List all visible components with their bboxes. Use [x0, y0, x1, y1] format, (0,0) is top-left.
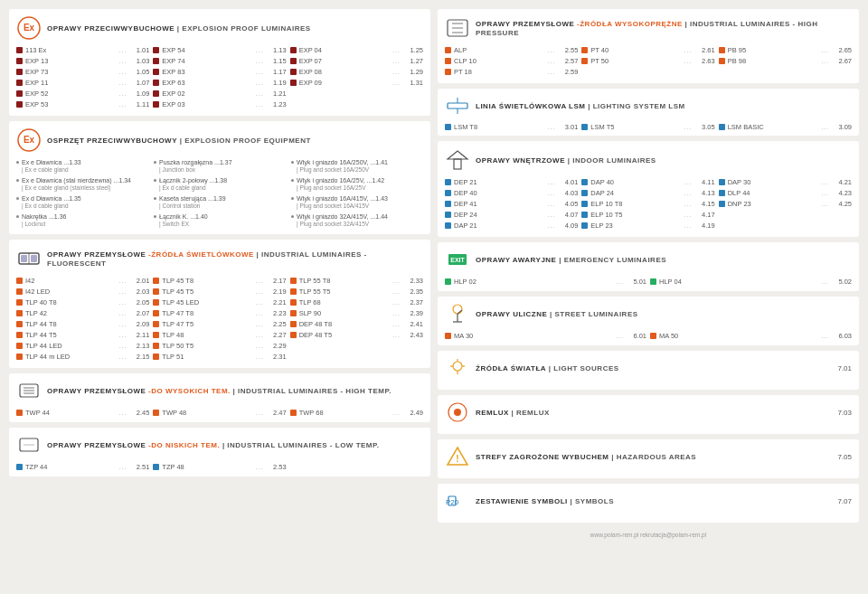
svg-text:Ex: Ex	[24, 23, 35, 33]
item-number: 2.29	[267, 342, 287, 350]
item-bullet	[445, 222, 451, 229]
list-item: 113 Ex...1.01	[16, 45, 149, 55]
item-bullet	[16, 69, 23, 75]
item-number: 2.59	[558, 68, 578, 76]
item-dots: ...	[118, 321, 127, 327]
item-bullet	[445, 124, 451, 130]
item-dots: ...	[118, 58, 127, 64]
list-item: TLP 47 T8...2.23	[153, 308, 286, 318]
list-item: DAP 30...4.21	[719, 177, 852, 187]
item-bullet	[290, 321, 297, 327]
item-bullet	[16, 179, 19, 182]
low-temp-header: OPRAWY PRZEMYSŁOWE -do niskich tem. | IN…	[16, 432, 423, 457]
item-dots: ...	[821, 179, 829, 185]
item-bullet	[153, 90, 159, 97]
item-name: TWP 48	[162, 409, 252, 417]
item-name: EXP 08	[299, 68, 390, 76]
item-bullet	[290, 47, 297, 53]
list-item: Ex e Dławnica ...1.33| Ex e cable gland	[16, 157, 148, 174]
item-bullet	[16, 332, 23, 338]
equipment-title: OSPRZĘT PRZECIWWYBUCHOWY | EXPLOSION PRO…	[47, 136, 311, 145]
emergency-section: EXIT OPRAWY AWARYJNE | EMERGENCY LUMINAI…	[438, 242, 859, 291]
item-number: 1.13	[267, 46, 287, 54]
item-name: TLP 55 T5	[299, 288, 390, 296]
item-dots: ...	[821, 333, 829, 339]
item-number: 3.05	[695, 123, 715, 131]
item-name: EXP 04	[299, 46, 390, 54]
item-dots: ...	[118, 101, 127, 108]
item-number: 2.47	[267, 409, 287, 417]
list-item: TLP 55 T8...2.33	[290, 276, 423, 286]
item-name: Wtyk i gniazdo 16A/250V, ...1.41	[297, 158, 388, 166]
item-dots: ...	[547, 124, 555, 130]
item-name: HLP 02	[454, 278, 613, 286]
symbols-header: P20 ZESTAWIENIE SYMBOLI | SYMBOLS 7.07	[445, 488, 852, 514]
list-item: EXP 08...1.29	[290, 67, 423, 77]
item-number: 4.05	[558, 200, 578, 208]
item-dots: ...	[256, 58, 264, 64]
item-number: 1.01	[129, 46, 149, 54]
item-dots: ...	[821, 278, 829, 285]
item-name: Puszka rozgałęzna ...1.37	[159, 158, 232, 166]
item-dots: ...	[256, 299, 264, 306]
list-item: TLP 55 T5...2.35	[290, 287, 423, 297]
item-number: 4.25	[832, 200, 852, 208]
item-name: EXP 73	[25, 68, 116, 76]
item-name: TLP 44 T8	[25, 320, 116, 328]
item-name: EXP 53	[25, 100, 116, 108]
item-bullet	[581, 222, 588, 229]
item-bullet	[153, 58, 159, 64]
explosion-proof-header: Ex OPRAWY PRZECIWWYBUCHOWE | EXPLOSION P…	[16, 15, 423, 41]
item-dots: ...	[256, 321, 264, 327]
item-bullet	[581, 124, 588, 130]
list-item: DNP 23...4.25	[719, 199, 852, 209]
list-item: Ex d Dławnica ...1.35| Ex d cable gland	[16, 193, 148, 210]
item-dots: ...	[256, 310, 264, 316]
item-text: Wtyk i gniazdo 32A/415V, ...1.44| Plug a…	[297, 212, 388, 227]
fluorescent-icon	[16, 246, 42, 271]
fluorescent-section: OPRAWY PRZEMYSŁOWE -źródła świetlówkowe …	[9, 240, 430, 368]
list-item: DAP 21...4.09	[445, 221, 578, 231]
item-name: Wtyk i gniazdo 16A/25V, ...1.42	[297, 176, 384, 184]
item-dots: ...	[256, 288, 264, 295]
item-name: PT 50	[590, 57, 681, 65]
item-dots: ...	[821, 190, 829, 196]
item-name: TLP 40 T8	[25, 298, 116, 306]
list-item: I42...2.01	[16, 276, 149, 286]
item-name: DAP 21	[454, 222, 544, 230]
svg-rect-7	[31, 255, 37, 262]
item-name: EXP 52	[25, 90, 116, 98]
item-name: EXP 63	[162, 79, 252, 87]
item-dots: ...	[256, 464, 264, 470]
item-dots: ...	[821, 58, 829, 64]
item-dots: ...	[118, 90, 127, 97]
item-name: DEP 48 T5	[299, 331, 390, 339]
item-dots: ...	[392, 69, 401, 75]
item-bullet	[16, 58, 23, 64]
svg-rect-6	[21, 255, 27, 262]
item-name: TLP 45 T8	[162, 277, 252, 285]
item-name: EXP 13	[25, 57, 116, 65]
list-item: EXP 54...1.13	[153, 45, 286, 55]
list-item: Wtyk i gniazdo 16A/250V, ...1.41| Plug a…	[291, 157, 423, 174]
item-name: DEP 24	[454, 211, 544, 219]
item-number: 1.05	[129, 68, 149, 76]
item-dots: ...	[821, 124, 829, 130]
item-name: LSM T8	[454, 123, 544, 131]
list-item: EXP 07...1.27	[290, 56, 423, 66]
item-number: 2.31	[267, 353, 287, 361]
item-bullet	[291, 197, 294, 200]
item-name: ELP 23	[590, 222, 681, 230]
item-name: TLP 44 T5	[25, 331, 116, 339]
list-item: Wtyk i gniazdo 16A/415V, ...1.43| Plug a…	[291, 193, 423, 210]
list-item: TWP 48...2.47	[153, 408, 286, 418]
list-item: TLP 51...2.31	[153, 352, 286, 362]
list-item: ALP...2.55	[445, 45, 578, 55]
list-item: PT 40...2.61	[581, 45, 714, 55]
item-number: 2.15	[129, 353, 149, 361]
item-name: PT 40	[590, 46, 681, 54]
item-name: TLP 47 T8	[162, 309, 252, 317]
item-name: TLP 44 LED	[25, 342, 116, 350]
item-text: Wtyk i gniazdo 16A/250V, ...1.41| Plug a…	[297, 158, 388, 173]
remlux-icon	[445, 400, 470, 425]
